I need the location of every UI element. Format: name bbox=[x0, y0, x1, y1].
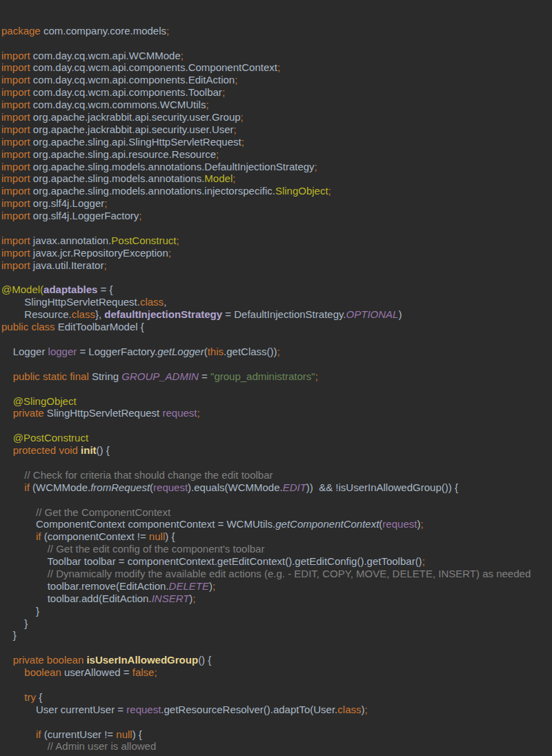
code-line: import org.apache.jackrabbit.api.securit… bbox=[1, 111, 552, 123]
code-token-kw: import bbox=[1, 99, 30, 110]
code-line: import com.day.cq.wcm.api.components.Too… bbox=[1, 86, 552, 99]
code-line bbox=[1, 641, 552, 654]
code-line: private SlingHttpServletRequest request; bbox=[1, 407, 552, 419]
code-token-kw: import bbox=[1, 111, 30, 123]
code-token-pl: (WCMMode. bbox=[30, 481, 90, 493]
code-token-an: @SlingObject bbox=[13, 395, 77, 407]
code-token-pl: ComponentContext componentContext = WCMU… bbox=[1, 518, 275, 530]
code-line: @SlingObject bbox=[1, 395, 552, 408]
code-line: // Admin user is allowed bbox=[1, 740, 552, 753]
code-line: import org.apache.sling.api.SlingHttpSer… bbox=[1, 136, 552, 148]
code-token-fd: request bbox=[126, 704, 161, 715]
code-token-pl: Toolbar toolbar = componentContext.getEd… bbox=[1, 555, 422, 567]
code-token-sc: ; bbox=[197, 407, 200, 419]
code-token-pl: { bbox=[36, 691, 42, 703]
code-token-kw: import bbox=[1, 172, 30, 184]
code-line: import org.slf4j.LoggerFactory; bbox=[1, 210, 552, 222]
code-token-an: @PostConstruct bbox=[13, 432, 88, 444]
code-token-it: getLogger bbox=[157, 346, 204, 357]
code-token-kw: import bbox=[1, 148, 30, 160]
code-line: User currentUser = request.getResourceRe… bbox=[1, 704, 552, 716]
code-line: import javax.jcr.RepositoryException; bbox=[1, 247, 552, 259]
code-token-kw: null bbox=[149, 530, 165, 542]
code-token-it: fromRequest bbox=[90, 481, 150, 493]
code-line: if (currentUser != null) { bbox=[1, 728, 552, 741]
code-token-kw: boolean bbox=[1, 666, 61, 678]
code-line bbox=[1, 383, 552, 395]
code-token-pl: org.apache.sling.models.annotations. bbox=[30, 172, 205, 184]
code-token-fd: request bbox=[153, 481, 188, 493]
code-token-sc: ; bbox=[168, 247, 171, 259]
code-token-pl bbox=[1, 395, 13, 407]
code-token-pl: com.day.cq.wcm.commons.WCMUtils bbox=[30, 99, 206, 110]
code-token-pl: SlingHttpServletRequest. bbox=[1, 296, 140, 308]
code-token-sc: ; bbox=[241, 111, 244, 123]
code-token-pl: org.apache.sling.api.SlingHttpServletReq… bbox=[30, 136, 241, 148]
code-line: import com.day.cq.wcm.api.WCMMode; bbox=[1, 50, 552, 62]
code-token-pl: = bbox=[199, 370, 210, 382]
code-token-an: @Model( bbox=[1, 284, 43, 295]
code-line: Toolbar toolbar = componentContext.getEd… bbox=[1, 555, 552, 568]
code-line: // Dynamically modify the available edit… bbox=[1, 568, 552, 580]
code-token-sc: ; bbox=[233, 172, 235, 184]
code-token-md: init bbox=[81, 444, 97, 456]
code-line bbox=[1, 272, 552, 284]
code-token-kw: try bbox=[1, 691, 36, 703]
code-token-sc: ; bbox=[181, 50, 184, 61]
code-token-pl: EditToolbarModel { bbox=[55, 321, 144, 332]
code-token-at: defaultInjectionStrategy bbox=[104, 308, 222, 320]
code-token-pl: ).equals(WCMMode. bbox=[188, 481, 283, 493]
code-token-sc: ; bbox=[193, 593, 195, 604]
code-token-pl: () { bbox=[198, 654, 211, 666]
code-token-cn: OPTIONAL bbox=[346, 308, 399, 320]
code-token-pl: javax.jcr.RepositoryException bbox=[30, 247, 168, 259]
code-token-sc: ; bbox=[235, 74, 237, 86]
code-token-sc: ; bbox=[104, 197, 107, 209]
code-line: if (WCMMode.fromRequest(request).equals(… bbox=[1, 481, 552, 494]
code-token-kw: class bbox=[337, 704, 361, 715]
code-token-kw: import bbox=[1, 210, 30, 221]
code-line: import org.apache.sling.models.annotatio… bbox=[1, 161, 552, 173]
code-token-pl: toolbar.remove(EditAction. bbox=[1, 580, 169, 592]
code-token-cm: // Get the ComponentContext bbox=[1, 506, 170, 518]
code-token-sc: ; bbox=[422, 555, 425, 567]
code-line: import com.day.cq.wcm.api.components.Edi… bbox=[1, 74, 552, 86]
code-token-sc: ; bbox=[166, 25, 169, 37]
code-line: public static final String GROUP_ADMIN =… bbox=[1, 370, 552, 383]
code-token-kw: package bbox=[1, 25, 41, 37]
code-token-fd: request bbox=[162, 407, 197, 419]
code-line bbox=[1, 419, 552, 432]
code-token-kw: class bbox=[31, 321, 55, 332]
code-token-pl: } bbox=[1, 617, 28, 629]
code-token-kw: import bbox=[1, 50, 30, 61]
code-token-pl: User currentUser = bbox=[1, 704, 126, 715]
code-token-sc: ; bbox=[420, 518, 423, 530]
code-editor: package com.company.core.models; import … bbox=[0, 0, 552, 756]
code-token-kw: class bbox=[140, 296, 164, 308]
code-line: import java.util.Iterator; bbox=[1, 259, 552, 272]
code-token-kw: if bbox=[1, 481, 30, 493]
code-line bbox=[1, 679, 552, 691]
code-token-pl: )) && !isUserInAllowedGroup()) { bbox=[306, 481, 458, 493]
code-line: import javax.annotation.PostConstruct; bbox=[1, 235, 552, 247]
code-token-cm: // Check for criteria that should change… bbox=[1, 469, 273, 481]
code-token-an: SlingObject bbox=[275, 185, 328, 197]
code-line: ComponentContext componentContext = WCMU… bbox=[1, 518, 552, 530]
code-token-kw: import bbox=[1, 161, 30, 172]
code-token-sc: ; bbox=[222, 86, 225, 98]
code-token-kw: false bbox=[132, 666, 155, 678]
code-token-pl: javax.annotation. bbox=[30, 235, 112, 246]
code-line: import com.day.cq.wcm.commons.WCMUtils; bbox=[1, 99, 552, 111]
code-token-sc: ; bbox=[177, 235, 179, 246]
code-line: toolbar.remove(EditAction.DELETE); bbox=[1, 580, 552, 593]
code-token-pl: ) bbox=[398, 308, 402, 320]
code-token-pl: org.slf4j.Logger bbox=[30, 197, 105, 209]
code-token-sc: ; bbox=[206, 99, 208, 110]
code-line bbox=[1, 358, 552, 370]
code-token-pl: = LoggerFactory. bbox=[77, 346, 157, 357]
code-line bbox=[1, 37, 552, 50]
code-line: Logger logger = LoggerFactory.getLogger(… bbox=[1, 346, 552, 358]
code-token-kw: public static final bbox=[1, 370, 89, 382]
code-line: protected void init() { bbox=[1, 444, 552, 457]
code-line: import com.day.cq.wcm.api.components.Com… bbox=[1, 61, 552, 74]
